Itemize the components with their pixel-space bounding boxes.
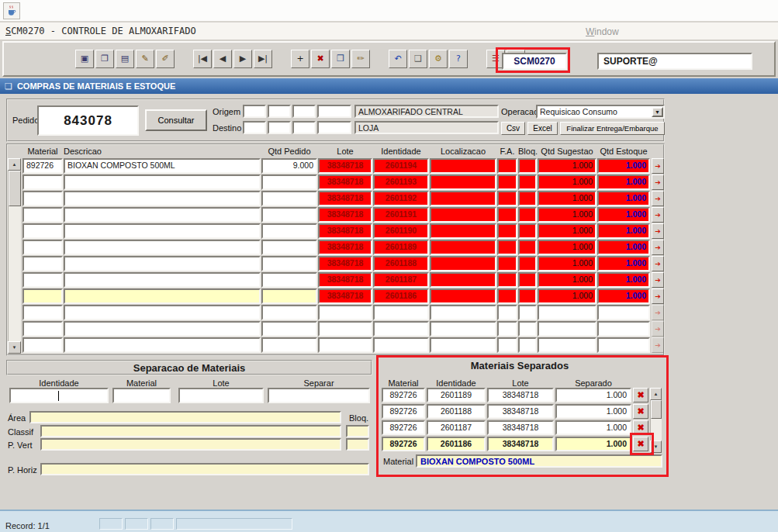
sep-cell-identidade[interactable]: 2601186 <box>427 437 486 451</box>
grid-cell-localizacao[interactable] <box>430 240 496 255</box>
insert-record-button[interactable]: + <box>291 50 309 68</box>
area-field[interactable] <box>29 411 341 423</box>
grid-cell-lote[interactable]: 38348718 <box>318 158 372 174</box>
grid-cell-bloq[interactable] <box>518 337 537 353</box>
grid-cell-qtd-sugestao[interactable] <box>538 305 596 320</box>
separados-scrollbar[interactable]: ▲ ▼ <box>650 388 662 453</box>
csv-button[interactable]: Csv <box>501 122 525 135</box>
grid-cell-descricao[interactable] <box>64 256 261 271</box>
grid-cell-identidade[interactable]: 2601186 <box>373 288 429 304</box>
grid-cell-localizacao[interactable] <box>430 288 496 304</box>
grid-cell-bloq[interactable] <box>518 240 537 255</box>
sep-cell-separado[interactable]: 1.000 <box>555 388 631 402</box>
grid-cell-qtd-sugestao[interactable] <box>538 337 596 353</box>
finalizar-entrega-button[interactable]: Finalizar Entrega/Embarque <box>560 122 665 135</box>
separate-row-button[interactable]: ➔ <box>652 256 664 271</box>
grid-cell-identidade[interactable]: 2601192 <box>373 191 429 206</box>
grid-cell-qtd-pedido[interactable] <box>261 191 317 206</box>
grid-cell-material[interactable] <box>22 321 63 337</box>
grid-cell-lote[interactable] <box>318 321 372 337</box>
grid-cell-qtd-estoque[interactable]: 1.000 <box>597 207 650 223</box>
origem-code-field-4[interactable] <box>317 105 351 118</box>
grid-cell-lote[interactable]: 38348718 <box>318 207 372 223</box>
grid-cell-fa[interactable] <box>497 272 517 288</box>
grid-cell-identidade[interactable]: 2601193 <box>373 174 429 190</box>
grid-cell-bloq[interactable] <box>518 288 537 304</box>
grid-cell-qtd-estoque[interactable]: 1.000 <box>597 158 650 174</box>
help-button[interactable]: ? <box>449 50 468 68</box>
grid-cell-qtd-estoque[interactable]: 1.000 <box>597 288 650 304</box>
grid-cell-localizacao[interactable] <box>430 191 496 206</box>
remove-separated-button[interactable]: ✖ <box>633 388 648 402</box>
dropdown-arrow-icon[interactable]: ▼ <box>652 107 663 117</box>
grid-cell-localizacao[interactable] <box>430 305 496 320</box>
origem-code-field-2[interactable] <box>268 105 291 118</box>
grid-cell-lote[interactable]: 38348718 <box>318 191 372 206</box>
classif-field[interactable] <box>40 425 341 437</box>
destino-code-field-1[interactable] <box>243 121 266 134</box>
screen-button[interactable]: ❐ <box>95 50 114 68</box>
grid-cell-qtd-pedido[interactable] <box>261 272 317 288</box>
grid-cell-material[interactable] <box>22 288 63 304</box>
grid-cell-descricao[interactable] <box>64 240 261 255</box>
bloq-field-2[interactable] <box>346 438 369 451</box>
grid-cell-bloq[interactable] <box>518 207 537 223</box>
pedido-field[interactable]: 843078 <box>37 105 139 136</box>
sep-cell-lote[interactable]: 38348718 <box>487 437 554 451</box>
grid-cell-material[interactable]: 892726 <box>22 158 63 174</box>
sep-cell-lote[interactable]: 38348718 <box>487 388 554 402</box>
grid-cell-descricao[interactable] <box>64 337 261 353</box>
grid-cell-identidade[interactable]: 2601189 <box>373 240 429 255</box>
grid-cell-qtd-pedido[interactable] <box>261 321 317 337</box>
grid-cell-identidade[interactable] <box>373 321 429 337</box>
clear-edit-button[interactable]: ✐ <box>156 50 175 68</box>
grid-cell-material[interactable] <box>22 240 63 255</box>
separar-input[interactable] <box>268 388 370 403</box>
separate-row-button[interactable]: ➔ <box>652 174 664 190</box>
grid-cell-bloq[interactable] <box>518 256 537 271</box>
grid-cell-fa[interactable] <box>497 158 517 174</box>
grid-cell-qtd-estoque[interactable]: 1.000 <box>597 191 650 206</box>
separate-row-button[interactable]: ➔ <box>652 272 664 288</box>
scrollbar-thumb[interactable] <box>651 400 662 419</box>
separate-row-button[interactable]: ➔ <box>652 191 664 206</box>
grid-cell-material[interactable] <box>22 272 63 288</box>
grid-cell-descricao[interactable] <box>64 321 261 337</box>
last-record-button[interactable]: ▶| <box>254 50 272 68</box>
execute-query-button[interactable]: ✏ <box>351 50 370 68</box>
grid-cell-identidade[interactable]: 2601190 <box>373 223 429 239</box>
first-record-button[interactable]: |◀ <box>193 50 212 68</box>
grid-cell-bloq[interactable] <box>518 305 537 320</box>
grid-cell-qtd-pedido[interactable] <box>261 240 317 255</box>
consultar-button[interactable]: Consultar <box>145 109 207 131</box>
grid-cell-lote[interactable]: 38348718 <box>318 288 372 304</box>
grid-cell-fa[interactable] <box>497 256 517 271</box>
bloq-field-1[interactable] <box>346 425 369 437</box>
sep-cell-separado[interactable]: 1.000 <box>555 404 631 419</box>
destino-code-field-3[interactable] <box>292 121 316 134</box>
grid-cell-descricao[interactable] <box>64 305 261 320</box>
grid-cell-qtd-pedido[interactable] <box>261 223 317 239</box>
p-vert-field[interactable] <box>40 438 341 451</box>
menu-item-window[interactable]: Window <box>586 26 619 37</box>
grid-cell-fa[interactable] <box>497 321 517 337</box>
origem-code-field-1[interactable] <box>243 105 266 118</box>
grid-cell-qtd-estoque[interactable]: 1.000 <box>597 240 650 255</box>
grid-cell-qtd-pedido[interactable]: 9.000 <box>261 158 317 174</box>
grid-cell-qtd-estoque[interactable] <box>597 337 650 353</box>
grid-cell-qtd-sugestao[interactable]: 1.000 <box>538 174 596 190</box>
separate-row-button[interactable]: ➔ <box>652 223 664 239</box>
grid-cell-identidade[interactable] <box>373 305 429 320</box>
grid-cell-qtd-sugestao[interactable]: 1.000 <box>538 272 596 288</box>
grid-cell-descricao[interactable] <box>64 272 261 288</box>
p-horiz-field[interactable] <box>40 463 369 475</box>
grid-cell-material[interactable] <box>22 256 63 271</box>
grid-cell-lote[interactable]: 38348718 <box>318 223 372 239</box>
grid-cell-lote[interactable] <box>318 337 372 353</box>
grid-cell-lote[interactable]: 38348718 <box>318 240 372 255</box>
grid-cell-qtd-estoque[interactable]: 1.000 <box>597 256 650 271</box>
grid-cell-localizacao[interactable] <box>430 207 496 223</box>
next-record-button[interactable]: ▶ <box>233 50 252 68</box>
grid-cell-qtd-pedido[interactable] <box>261 337 317 353</box>
identidade-input[interactable] <box>9 388 109 403</box>
